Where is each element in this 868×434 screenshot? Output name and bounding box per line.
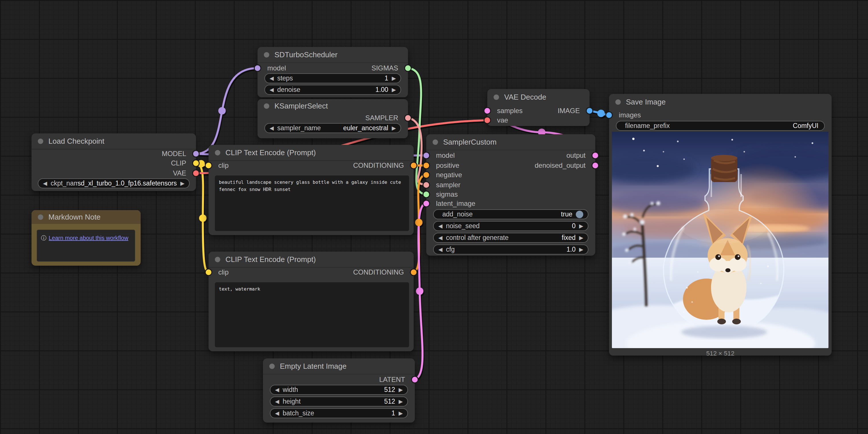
prev-option-arrow-icon[interactable]: ◀ [270, 125, 274, 131]
decrement-arrow-icon[interactable]: ◀ [275, 387, 279, 393]
increment-arrow-icon[interactable]: ▶ [579, 247, 583, 252]
widget-noise-seed[interactable]: ◀ noise_seed 0 ▶ [433, 221, 588, 231]
node-vae-decode[interactable]: VAE Decode samples vae IMAGE [487, 89, 590, 126]
widget-value[interactable]: fixed [562, 234, 576, 242]
widget-value[interactable]: ComfyUI [793, 122, 818, 130]
collapse-dot[interactable] [215, 150, 220, 156]
prompt-textarea[interactable]: beautiful landscape scenery glass bottle… [215, 175, 409, 231]
collapse-dot[interactable] [38, 214, 43, 220]
input-dot-vae[interactable] [485, 118, 490, 123]
decrement-arrow-icon[interactable]: ◀ [270, 75, 274, 81]
input-dot-sampler[interactable] [424, 182, 429, 188]
widget-denoise[interactable]: ◀ denoise 1.00 ▶ [265, 85, 401, 95]
next-option-arrow-icon[interactable]: ▶ [392, 125, 396, 131]
node-markdown-note[interactable]: Markdown Note ⓘLearn more about this wor… [32, 210, 141, 266]
output-dot-clip[interactable] [193, 160, 199, 166]
node-header[interactable]: SDTurboScheduler [257, 47, 408, 63]
next-option-arrow-icon[interactable]: ▶ [579, 235, 583, 240]
node-header[interactable]: KSamplerSelect [257, 99, 408, 113]
collapse-dot[interactable] [615, 99, 621, 105]
node-header[interactable]: Save Image [609, 94, 832, 110]
widget-value[interactable]: 0 [572, 222, 576, 230]
widget-value[interactable]: 512 [384, 386, 395, 394]
collapse-dot[interactable] [269, 364, 275, 369]
widget-value[interactable]: 1.0 [566, 246, 576, 253]
collapse-dot[interactable] [494, 95, 499, 100]
decrement-arrow-icon[interactable]: ◀ [438, 247, 443, 252]
input-dot-images[interactable] [606, 112, 612, 118]
widget-width[interactable]: ◀ width 512 ▶ [270, 385, 408, 395]
collapse-dot[interactable] [215, 257, 220, 262]
node-save-image[interactable]: Save Image images filename_prefix ComfyU… [609, 94, 832, 356]
reroute-dot-conditioning[interactable] [415, 219, 423, 226]
increment-arrow-icon[interactable]: ▶ [392, 87, 396, 93]
node-sdturboscheduler[interactable]: SDTurboScheduler model SIGMAS ◀ steps 1 … [257, 47, 408, 97]
input-dot-latent-image[interactable] [424, 201, 429, 206]
widget-ckpt-name[interactable]: ◀ ckpt_name sd_xl_turbo_1.0_fp16.safeten… [38, 178, 190, 188]
collapse-dot[interactable] [433, 139, 438, 145]
output-dot-sigmas[interactable] [405, 65, 411, 71]
widget-sampler-name[interactable]: ◀ sampler_name euler_ancestral ▶ [265, 123, 401, 133]
widget-filename-prefix[interactable]: filename_prefix ComfyUI [616, 121, 825, 131]
decrement-arrow-icon[interactable]: ◀ [270, 87, 274, 93]
widget-value[interactable]: euler_ancestral [343, 124, 388, 132]
node-clip-text-encode-negative[interactable]: CLIP Text Encode (Prompt) clip CONDITION… [209, 252, 414, 351]
decrement-arrow-icon[interactable]: ◀ [438, 223, 443, 229]
increment-arrow-icon[interactable]: ▶ [399, 399, 403, 404]
reroute-dot-clip-2[interactable] [199, 214, 207, 222]
output-dot-sampler[interactable] [405, 115, 411, 121]
prev-option-arrow-icon[interactable]: ◀ [43, 181, 47, 186]
node-empty-latent-image[interactable]: Empty Latent Image LATENT ◀ width 512 ▶ … [263, 359, 415, 423]
collapse-dot[interactable] [264, 52, 269, 58]
widget-cfg[interactable]: ◀ cfg 1.0 ▶ [433, 244, 588, 255]
input-dot-sigmas[interactable] [424, 192, 429, 197]
node-header[interactable]: CLIP Text Encode (Prompt) [209, 252, 414, 268]
widget-value[interactable]: sd_xl_turbo_1.0_fp16.safetensors [78, 179, 177, 187]
widget-add-noise[interactable]: add_noise true [433, 209, 588, 219]
output-dot-image[interactable] [587, 108, 592, 114]
reroute-dot-model[interactable] [218, 107, 226, 114]
node-header[interactable]: Load Checkpoint [32, 133, 196, 149]
decrement-arrow-icon[interactable]: ◀ [275, 410, 279, 416]
collapse-dot[interactable] [38, 139, 43, 144]
next-option-arrow-icon[interactable]: ▶ [180, 181, 185, 186]
increment-arrow-icon[interactable]: ▶ [399, 387, 403, 393]
widget-height[interactable]: ◀ height 512 ▶ [270, 397, 408, 406]
node-load-checkpoint[interactable]: Load Checkpoint MODEL CLIP VAE ◀ ckpt_na… [32, 133, 196, 191]
increment-arrow-icon[interactable]: ▶ [392, 75, 396, 81]
output-dot-conditioning[interactable] [411, 163, 416, 168]
output-dot-conditioning[interactable] [411, 269, 416, 275]
increment-arrow-icon[interactable]: ▶ [579, 223, 583, 229]
widget-steps[interactable]: ◀ steps 1 ▶ [265, 73, 401, 83]
node-header[interactable]: Empty Latent Image [263, 359, 415, 374]
prompt-textarea[interactable]: text, watermark [215, 282, 409, 347]
widget-control-after-generate[interactable]: ◀ control after generate fixed ▶ [433, 233, 588, 243]
collapse-dot[interactable] [264, 103, 269, 109]
toggle-knob[interactable] [576, 211, 583, 218]
prev-option-arrow-icon[interactable]: ◀ [438, 235, 443, 240]
workflow-docs-link[interactable]: Learn more about this workflow [49, 235, 128, 241]
widget-value[interactable]: 1 [385, 74, 389, 82]
decrement-arrow-icon[interactable]: ◀ [275, 399, 279, 404]
node-header[interactable]: SamplerCustom [426, 134, 595, 150]
output-dot-output[interactable] [592, 153, 598, 158]
reroute-dot-image[interactable] [597, 110, 605, 117]
node-ksamplerselect[interactable]: KSamplerSelect SAMPLER ◀ sampler_name eu… [257, 99, 408, 138]
node-header[interactable]: VAE Decode [487, 89, 590, 105]
widget-value[interactable]: 512 [384, 398, 395, 405]
input-dot-negative[interactable] [424, 172, 429, 178]
output-dot-vae[interactable] [193, 170, 199, 176]
reroute-dot-latent[interactable] [416, 288, 424, 295]
output-dot-model[interactable] [193, 151, 199, 157]
output-dot-denoised-output[interactable] [592, 163, 598, 168]
node-sampler-custom[interactable]: SamplerCustom model positive negative sa… [426, 134, 595, 256]
graph-canvas[interactable]: SDTurboScheduler model SIGMAS ◀ steps 1 … [0, 0, 868, 434]
node-header[interactable]: CLIP Text Encode (Prompt) [209, 145, 414, 161]
widget-value[interactable]: 1.00 [376, 86, 389, 94]
widget-value[interactable]: 1 [392, 409, 395, 417]
increment-arrow-icon[interactable]: ▶ [399, 410, 403, 416]
node-clip-text-encode-positive[interactable]: CLIP Text Encode (Prompt) clip CONDITION… [209, 145, 414, 235]
node-header[interactable]: Markdown Note [32, 210, 141, 224]
output-dot-latent[interactable] [412, 377, 418, 382]
widget-batch-size[interactable]: ◀ batch_size 1 ▶ [270, 408, 408, 418]
